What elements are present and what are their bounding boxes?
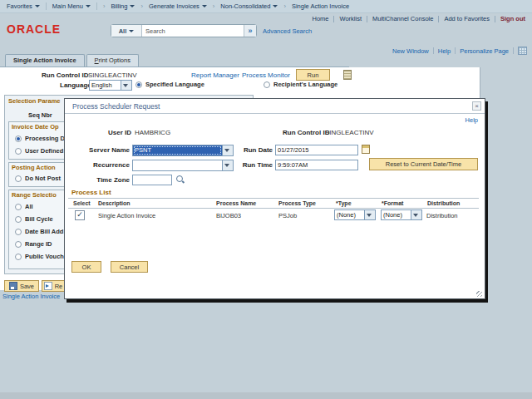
breadcrumb-item-generate-invoices[interactable]: Generate Invoices (149, 2, 207, 10)
dialog-titlebar: Process Scheduler Request × (65, 99, 485, 114)
reset-date-time-button[interactable]: Reset to Current Date/Time (369, 158, 478, 170)
run-time-input[interactable]: 9:59:07AM (275, 160, 358, 170)
lookup-icon[interactable] (176, 175, 185, 184)
help-link[interactable]: Help (438, 47, 451, 55)
format-value: (None) (382, 210, 411, 219)
save-button[interactable]: Save (4, 280, 39, 292)
worklist-link[interactable]: Worklist (339, 15, 362, 22)
public-voucher-radio[interactable] (15, 254, 22, 260)
report-manager-link[interactable]: Report Manager (191, 71, 239, 79)
user-id-value: HAMBRICG (135, 129, 170, 136)
divider (433, 47, 434, 54)
return-icon (44, 282, 52, 290)
new-window-link[interactable]: New Window (392, 47, 429, 55)
selection-parameters-title: Selection Parame (8, 97, 61, 105)
search-go-button[interactable]: » (244, 25, 256, 37)
column-description: Description (98, 200, 131, 206)
chevron-down-icon (202, 5, 207, 10)
breadcrumb-label: Non-Consolidated (220, 2, 270, 10)
chevron-down-icon (364, 210, 375, 219)
run-control-id-label: Run Control ID (283, 129, 329, 136)
specified-language-label: Specified Language (145, 81, 204, 88)
ok-button[interactable]: OK (71, 261, 101, 273)
type-select[interactable]: (None) (334, 209, 376, 220)
language-value: English (90, 81, 121, 90)
run-button[interactable]: Run (296, 69, 330, 81)
bill-cycle-label: Bill Cycle (25, 215, 53, 223)
breadcrumb-item-current-page: Single Action Invoice (292, 2, 349, 10)
search-scope-select[interactable]: All (111, 25, 142, 37)
breadcrumb-label: Single Action Invoice (292, 2, 349, 10)
user-defined-label: User Defined (25, 147, 63, 155)
chevron-down-icon (130, 5, 135, 10)
user-defined-radio[interactable] (15, 148, 22, 155)
cancel-button[interactable]: Cancel (111, 261, 148, 273)
process-list-title: Process List (71, 189, 111, 196)
recipients-language-radio[interactable] (264, 81, 270, 88)
home-link[interactable]: Home (312, 15, 328, 22)
advanced-search-link[interactable]: Advanced Search (263, 27, 312, 35)
process-scheduler-request-dialog: Process Scheduler Request × Help User ID… (64, 98, 485, 299)
select-checkbox[interactable]: ✓ (75, 210, 85, 220)
chevron-down-icon (129, 30, 134, 35)
multichannel-console-link[interactable]: MultiChannel Console (372, 15, 433, 22)
recipients-language-label: Recipient's Language (273, 81, 337, 88)
breadcrumb-separator: › (213, 2, 215, 10)
close-icon[interactable]: × (472, 101, 481, 111)
oracle-logo: ORACLE (7, 22, 61, 36)
search-scope-value: All (119, 27, 127, 35)
range-selection-title: Range Selectio (12, 191, 57, 199)
sign-out-link[interactable]: Sign out (500, 15, 525, 22)
do-not-post-radio[interactable] (15, 175, 22, 182)
range-id-radio[interactable] (15, 241, 22, 248)
server-name-value: PSNT (133, 145, 222, 155)
process-request-icon[interactable] (343, 70, 352, 80)
save-label: Save (20, 283, 34, 290)
range-all-radio[interactable] (15, 204, 22, 210)
breadcrumb-item-favorites[interactable]: Favorites (7, 2, 40, 10)
personalize-page-link[interactable]: Personalize Page (460, 47, 509, 55)
personalize-layout-icon[interactable] (518, 47, 527, 55)
format-select[interactable]: (None) (381, 209, 422, 220)
dialog-help-link[interactable]: Help (466, 116, 478, 124)
footer-strip (0, 392, 532, 399)
range-id-label: Range ID (25, 240, 52, 248)
divider (333, 16, 334, 22)
run-date-input[interactable]: 01/27/2015 (275, 145, 358, 155)
date-bill-added-radio[interactable] (15, 229, 22, 235)
search-input[interactable]: Search (142, 25, 244, 37)
bill-cycle-radio[interactable] (15, 216, 22, 223)
time-zone-input[interactable] (132, 175, 172, 185)
breadcrumb-item-main-menu[interactable]: Main Menu (52, 2, 91, 10)
language-select[interactable]: English (89, 80, 132, 91)
process-description-link[interactable]: Single Action Invoice (98, 212, 155, 219)
calendar-icon[interactable] (362, 145, 370, 154)
breadcrumb-item-non-consolidated[interactable]: Non-Consolidated (220, 2, 278, 10)
divider (455, 47, 456, 54)
breadcrumb-label: Generate Invoices (149, 2, 200, 10)
specified-language-radio[interactable] (135, 81, 142, 88)
processing-date-radio[interactable] (15, 135, 22, 142)
date-bill-added-label: Date Bill Add (25, 228, 63, 235)
process-monitor-link[interactable]: Process Monitor (242, 71, 290, 79)
divider (513, 47, 514, 54)
peoplesoft-window: Favorites Main Menu › Billing › Generate… (0, 0, 532, 399)
resize-handle[interactable] (476, 291, 482, 297)
divider (438, 16, 439, 22)
breadcrumb-item-billing[interactable]: Billing (111, 2, 135, 10)
processing-date-label: Processing D (25, 135, 65, 142)
divider (96, 2, 97, 10)
divider (367, 16, 367, 22)
return-to-search-button[interactable]: Re (42, 280, 65, 292)
related-page-link[interactable]: Single Action Invoice (2, 293, 60, 300)
server-name-label: Server Name (65, 146, 130, 154)
add-to-favorites-link[interactable]: Add to Favorites (444, 15, 490, 22)
column-process-name: Process Name (216, 200, 256, 206)
process-list-row: ✓ Single Action Invoice BIJOB03 PSJob (N… (68, 209, 479, 224)
distribution-link[interactable]: Distribution (426, 212, 458, 219)
tab-label: Single Action Invoice (13, 57, 76, 64)
dialog-title: Process Scheduler Request (72, 102, 160, 111)
chevron-down-icon (273, 5, 278, 10)
process-name-value: BIJOB03 (216, 212, 241, 219)
breadcrumb-separator: › (283, 2, 286, 10)
